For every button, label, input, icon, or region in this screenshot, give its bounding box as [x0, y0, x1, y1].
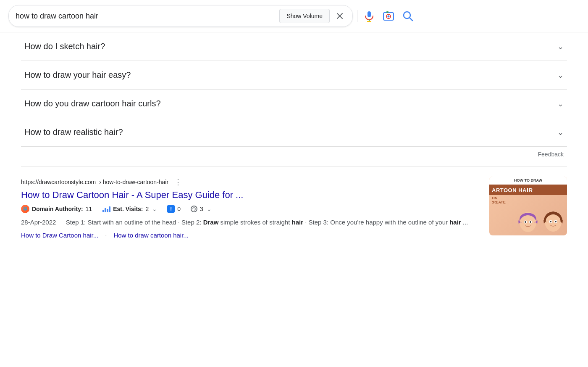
links-metric: 3 ⌄ [191, 206, 212, 212]
svg-rect-9 [386, 11, 388, 13]
est-visits-dropdown[interactable]: ⌄ [152, 206, 157, 212]
links-dropdown[interactable]: ⌄ [207, 206, 212, 212]
search-button[interactable] [400, 8, 415, 24]
thumbnail-subtitle-text: ON:REATE [489, 195, 567, 205]
domain-authority-label: Domain Authority: [32, 206, 83, 212]
chevron-down-icon-2: ⌄ [557, 71, 564, 80]
feedback-row: Feedback [21, 147, 567, 166]
result-date: 28-Apr-2022 [21, 219, 56, 226]
character-1 [517, 209, 539, 234]
result-title-link[interactable]: How to Draw Cartoon Hair - A Super Easy … [21, 189, 481, 201]
thumbnail-header-text: HOW TO DRAW [489, 177, 567, 185]
result-url-row: https://drawcartoonstyle.com › how-to-dr… [21, 177, 481, 187]
result-sublink-1[interactable]: How to Draw Cartoon hair... [21, 232, 98, 239]
chevron-down-icon-3: ⌄ [557, 99, 564, 108]
result-snippet: 28-Apr-2022 — Step 1: Start with an outl… [21, 217, 481, 227]
faq-question-3: How do you draw cartoon hair curls? [24, 99, 161, 108]
faq-item-1[interactable]: How do I sketch hair? ⌄ [21, 32, 567, 61]
result-metrics: 🌐 Domain Authority: 11 Est. Visits: 2 ⌄ [21, 205, 481, 213]
snippet-bold-1: Draw [203, 219, 219, 226]
domain-authority-value: 11 [86, 206, 92, 212]
facebook-icon: f [167, 205, 175, 213]
show-volume-button[interactable]: Show Volume [279, 9, 330, 23]
svg-point-20 [550, 221, 551, 222]
result-thumbnail: HOW TO DRAW ARTOON HAIR ON:REATE [489, 177, 567, 235]
svg-point-21 [555, 221, 556, 222]
faq-item-4[interactable]: How to draw realistic hair? ⌄ [21, 118, 567, 147]
facebook-metric: f 0 [167, 205, 181, 213]
links-value: 3 [200, 206, 203, 212]
domain-authority-icon: 🌐 [21, 205, 29, 213]
bar-chart-icon [102, 206, 110, 212]
chevron-down-icon-4: ⌄ [557, 128, 564, 137]
search-input-wrapper: Show Volume [8, 5, 353, 27]
search-icon [402, 10, 414, 22]
svg-point-16 [530, 221, 531, 223]
domain-authority-metric: 🌐 Domain Authority: 11 [21, 205, 92, 213]
est-visits-metric: Est. Visits: 2 ⌄ [102, 205, 157, 213]
svg-rect-2 [368, 11, 371, 17]
faq-question-1: How do I sketch hair? [24, 42, 105, 51]
est-visits-value: 2 [146, 206, 149, 212]
faq-item-3[interactable]: How do you draw cartoon hair curls? ⌄ [21, 90, 567, 118]
svg-point-15 [525, 221, 526, 223]
microphone-button[interactable] [362, 8, 377, 24]
search-input[interactable] [16, 12, 275, 21]
link-icon [191, 206, 197, 212]
faq-section: How do I sketch hair? ⌄ How to draw your… [13, 32, 575, 166]
search-result: https://drawcartoonstyle.com › how-to-dr… [13, 166, 575, 247]
result-breadcrumb: › how-to-draw-cartoon-hair [99, 179, 168, 185]
microphone-icon [363, 10, 375, 22]
result-content: https://drawcartoonstyle.com › how-to-dr… [21, 177, 481, 239]
est-visits-icon [102, 205, 110, 213]
svg-line-11 [410, 18, 412, 21]
facebook-value: 0 [177, 206, 181, 212]
result-options-button[interactable]: ⋮ [172, 177, 184, 187]
thumbnail-title-text: ARTOON HAIR [489, 185, 567, 195]
feedback-link[interactable]: Feedback [538, 151, 564, 158]
svg-point-8 [388, 16, 390, 18]
result-sublink-2[interactable]: How to draw cartoon hair... [113, 232, 188, 239]
camera-icon [383, 10, 394, 22]
thumbnail-image: HOW TO DRAW ARTOON HAIR ON:REATE [489, 177, 567, 235]
chevron-down-icon-1: ⌄ [557, 42, 564, 51]
result-link-separator: · [105, 232, 107, 239]
vertical-divider [357, 10, 357, 22]
search-bar: Show Volume [0, 0, 588, 32]
result-sublinks: How to Draw Cartoon hair... · How to dra… [21, 232, 481, 239]
snippet-bold-2: hair [292, 219, 304, 226]
result-snippet-text: — Step 1: Start with an outline of the h… [58, 219, 468, 226]
faq-question-2: How to draw your hair easy? [24, 70, 131, 80]
faq-question-4: How to draw realistic hair? [24, 127, 123, 137]
thumbnail-characters [489, 205, 567, 235]
camera-button[interactable] [381, 8, 396, 24]
character-2 [541, 208, 565, 234]
clear-button[interactable] [334, 10, 346, 22]
snippet-bold-3: hair [449, 219, 461, 226]
est-visits-label: Est. Visits: [113, 206, 143, 212]
result-url: https://drawcartoonstyle.com [21, 179, 96, 185]
faq-item-2[interactable]: How to draw your hair easy? ⌄ [21, 61, 567, 90]
clear-icon [336, 12, 344, 20]
